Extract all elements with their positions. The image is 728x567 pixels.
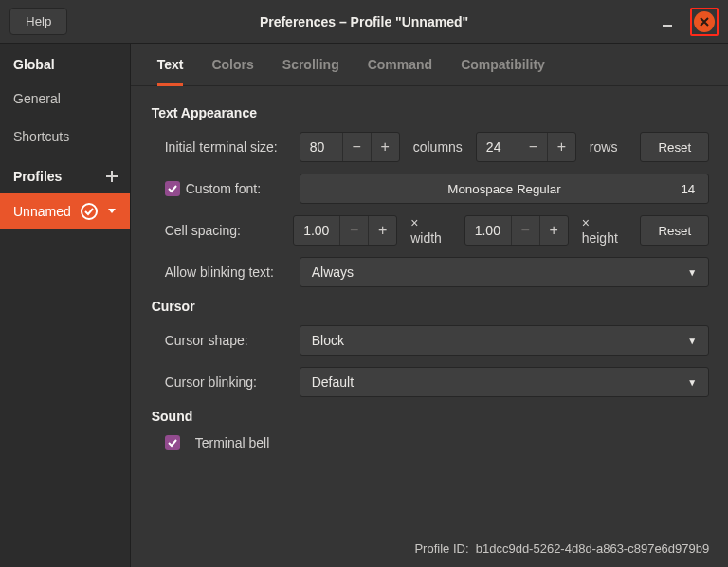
reset-size-button[interactable]: Reset bbox=[640, 132, 709, 162]
font-size: 14 bbox=[681, 182, 695, 196]
height-field[interactable]: 1.00 − + bbox=[464, 215, 569, 246]
sidebar-profiles-header: Profiles bbox=[13, 169, 62, 184]
profile-id-label: Profile ID: bbox=[414, 541, 468, 556]
rows-field[interactable]: 24 − + bbox=[476, 132, 576, 162]
rows-unit: rows bbox=[590, 139, 618, 155]
tab-colors[interactable]: Colors bbox=[211, 57, 253, 85]
profile-id-footer: Profile ID: b1dcc9dd-5262-4d8d-a863-c897… bbox=[414, 541, 709, 556]
columns-field[interactable]: 80 − + bbox=[300, 132, 400, 162]
height-unit: × height bbox=[582, 215, 628, 246]
chevron-down-icon: ▼ bbox=[687, 377, 697, 388]
cell-spacing-label: Cell spacing: bbox=[165, 223, 283, 238]
allow-blinking-label: Allow blinking text: bbox=[165, 265, 290, 280]
terminal-bell-label: Terminal bell bbox=[195, 435, 270, 450]
allow-blinking-select[interactable]: Always ▼ bbox=[300, 257, 710, 287]
tab-scrolling[interactable]: Scrolling bbox=[282, 57, 339, 85]
cursor-blinking-row: Cursor blinking: Default ▼ bbox=[165, 367, 710, 397]
columns-value: 80 bbox=[300, 139, 342, 155]
rows-minus[interactable]: − bbox=[519, 133, 547, 161]
titlebar: Help Preferences – Profile "Unnamed" bbox=[0, 0, 728, 44]
rows-plus[interactable]: + bbox=[547, 133, 575, 161]
cursor-shape-label: Cursor shape: bbox=[165, 333, 290, 348]
check-icon bbox=[168, 184, 177, 193]
tabs: Text Colors Scrolling Command Compatibil… bbox=[131, 44, 728, 86]
allow-blinking-value: Always bbox=[312, 265, 354, 280]
window-title: Preferences – Profile "Unnamed" bbox=[0, 14, 728, 29]
custom-font-label: Custom font: bbox=[186, 181, 261, 196]
cursor-blinking-value: Default bbox=[312, 375, 354, 390]
cell-spacing-row: Cell spacing: 1.00 − + × width 1.00 − + … bbox=[165, 215, 710, 246]
close-button[interactable] bbox=[694, 11, 715, 32]
height-minus: − bbox=[511, 216, 539, 245]
cursor-blinking-select[interactable]: Default ▼ bbox=[300, 367, 710, 397]
profile-default-icon bbox=[81, 203, 98, 220]
chevron-down-icon bbox=[107, 208, 117, 215]
initial-size-label: Initial terminal size: bbox=[165, 139, 290, 155]
font-chooser-button[interactable]: Monospace Regular 14 bbox=[300, 174, 710, 204]
profile-name: Unnamed bbox=[13, 204, 71, 219]
columns-unit: columns bbox=[413, 139, 463, 155]
close-button-highlight bbox=[690, 8, 719, 36]
check-icon bbox=[168, 438, 177, 448]
terminal-bell-checkbox[interactable] bbox=[165, 435, 180, 450]
width-minus: − bbox=[339, 216, 368, 245]
profile-menu-button[interactable] bbox=[107, 208, 117, 215]
width-unit: × width bbox=[410, 215, 451, 246]
chevron-down-icon: ▼ bbox=[687, 336, 697, 346]
columns-minus[interactable]: − bbox=[342, 133, 371, 161]
custom-font-row: Custom font: Monospace Regular 14 bbox=[165, 174, 710, 204]
allow-blinking-row: Allow blinking text: Always ▼ bbox=[165, 257, 710, 287]
chevron-down-icon: ▼ bbox=[687, 267, 697, 278]
height-plus[interactable]: + bbox=[539, 216, 568, 245]
sidebar-item-shortcuts[interactable]: Shortcuts bbox=[0, 118, 130, 155]
sound-heading: Sound bbox=[152, 409, 710, 424]
reset-spacing-button[interactable]: Reset bbox=[640, 215, 709, 246]
profile-id-value: b1dcc9dd-5262-4d8d-a863-c897e6d979b9 bbox=[476, 541, 710, 556]
svg-rect-0 bbox=[663, 25, 672, 27]
tab-command[interactable]: Command bbox=[368, 57, 432, 85]
sidebar-global-header: Global bbox=[0, 44, 130, 80]
width-value: 1.00 bbox=[294, 223, 339, 238]
rows-value: 24 bbox=[477, 139, 519, 155]
width-field[interactable]: 1.00 − + bbox=[293, 215, 397, 246]
custom-font-checkbox[interactable] bbox=[165, 181, 180, 196]
help-button[interactable]: Help bbox=[9, 8, 67, 35]
sidebar: Global General Shortcuts Profiles Unname… bbox=[0, 44, 131, 567]
initial-size-row: Initial terminal size: 80 − + columns 24… bbox=[165, 132, 710, 162]
add-profile-button[interactable] bbox=[105, 170, 118, 183]
cursor-shape-select[interactable]: Block ▼ bbox=[300, 325, 710, 356]
cursor-heading: Cursor bbox=[152, 299, 710, 314]
width-plus[interactable]: + bbox=[368, 216, 396, 245]
text-appearance-heading: Text Appearance bbox=[152, 105, 710, 120]
height-value: 1.00 bbox=[465, 223, 511, 238]
font-name: Monospace Regular bbox=[447, 182, 560, 196]
cursor-shape-row: Cursor shape: Block ▼ bbox=[165, 325, 710, 356]
tab-compatibility[interactable]: Compatibility bbox=[461, 57, 545, 85]
close-icon bbox=[700, 17, 709, 27]
terminal-bell-row: Terminal bell bbox=[165, 435, 710, 450]
cursor-shape-value: Block bbox=[312, 333, 344, 348]
cursor-blinking-label: Cursor blinking: bbox=[165, 375, 290, 390]
tab-text[interactable]: Text bbox=[157, 57, 184, 86]
minimize-button[interactable] bbox=[658, 12, 677, 31]
columns-plus[interactable]: + bbox=[371, 133, 399, 161]
plus-icon bbox=[105, 170, 118, 183]
sidebar-item-profile-active[interactable]: Unnamed bbox=[0, 193, 130, 229]
sidebar-item-general[interactable]: General bbox=[0, 80, 130, 118]
check-icon bbox=[84, 207, 94, 216]
content: Text Colors Scrolling Command Compatibil… bbox=[131, 44, 728, 567]
